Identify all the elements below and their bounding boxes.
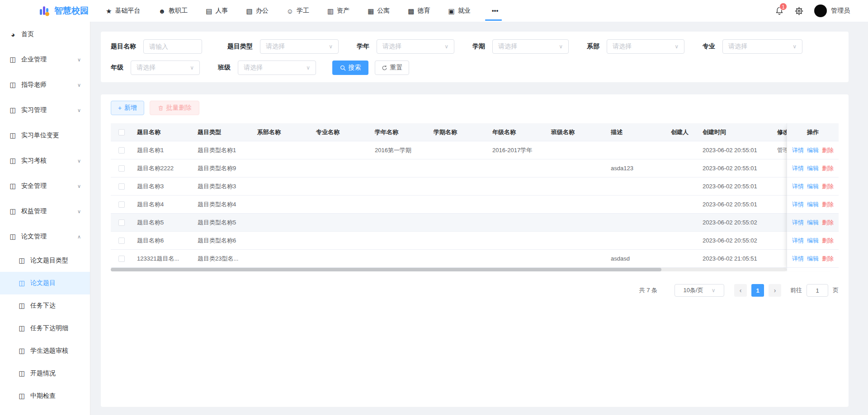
batch-delete-button[interactable]: 批量删除 [150, 101, 199, 115]
notifications-button[interactable]: 1 [775, 6, 784, 15]
plus-icon: + [118, 104, 122, 112]
search-button[interactable]: 搜索 [332, 61, 368, 75]
sidebar-sub-item[interactable]: ◫ 任务下达 [0, 294, 90, 317]
nav-item-label: 人事 [215, 7, 228, 15]
department-select[interactable]: 请选择 ∨ [607, 39, 684, 54]
detail-link[interactable]: 详情 [792, 146, 804, 154]
sidebar-item[interactable]: ◫ 实习管理 ∨ [0, 98, 90, 123]
reset-button[interactable]: 重置 [375, 61, 409, 75]
row-checkbox[interactable] [118, 165, 125, 172]
select-all-checkbox[interactable] [118, 129, 125, 135]
sidebar-item[interactable]: ◫ 安全管理 ∨ [0, 173, 90, 199]
column-header: 学年名称 [370, 128, 429, 136]
sidebar-item[interactable]: ◫ 实习考核 ∨ [0, 148, 90, 173]
row-checkbox[interactable] [118, 238, 125, 244]
nav-item[interactable]: ▣ 就业 [439, 0, 480, 22]
nav-item[interactable]: ▩ 德育 [399, 0, 439, 22]
page-size-select[interactable]: 10条/页 ∨ [675, 284, 724, 297]
row-checkbox[interactable] [118, 147, 125, 154]
cell-title-name: 题目名称6 [132, 237, 193, 245]
row-checkbox[interactable] [118, 183, 125, 190]
sidebar-sub-item-icon: ◫ [18, 279, 26, 287]
cell-create-time: 2023-06-02 20:55:01 [698, 147, 773, 154]
sidebar-item[interactable]: ◕ 首页 [0, 22, 90, 47]
nav-item[interactable]: ★ 基础平台 [97, 0, 149, 22]
settings-button[interactable] [795, 7, 803, 15]
row-select-cell [111, 183, 132, 190]
edit-link[interactable]: 编辑 [807, 201, 819, 209]
action-row: 详情 编辑 删除 [787, 250, 839, 268]
delete-link[interactable]: 删除 [822, 146, 834, 154]
scrollbar-thumb[interactable] [111, 268, 661, 271]
row-checkbox[interactable] [118, 201, 125, 208]
sidebar-sub-item[interactable]: ◫ 论文题目 [0, 272, 90, 294]
delete-link[interactable]: 删除 [822, 182, 834, 191]
edit-link[interactable]: 编辑 [807, 255, 819, 263]
class-select[interactable]: 请选择 ∨ [238, 61, 316, 75]
nav-item-label: 公寓 [377, 7, 390, 15]
detail-link[interactable]: 详情 [792, 219, 804, 227]
topbar-right: 1 管理员 [775, 5, 868, 17]
nav-item[interactable]: ☻ 教职工 [149, 0, 197, 22]
delete-link[interactable]: 删除 [822, 219, 834, 227]
edit-link[interactable]: 编辑 [807, 146, 819, 154]
goto-page-input[interactable] [807, 284, 828, 297]
sidebar-item-label: 实习单位变更 [21, 131, 59, 140]
sidebar-item[interactable]: ◫ 论文管理 ∧ [0, 224, 90, 249]
nav-item[interactable]: ▧ 办公 [237, 0, 277, 22]
sidebar-item[interactable]: ◫ 指导老师 ∨ [0, 72, 90, 98]
detail-link[interactable]: 详情 [792, 164, 804, 173]
school-year-select[interactable]: 请选择 ∨ [377, 39, 454, 54]
detail-link[interactable]: 详情 [792, 237, 804, 245]
chevron-down-icon: ∨ [329, 43, 333, 50]
title-name-input[interactable] [143, 39, 202, 54]
action-row: 详情 编辑 删除 [787, 196, 839, 214]
delete-link[interactable]: 删除 [822, 237, 834, 245]
app-logo[interactable]: 智慧校园 [0, 5, 97, 17]
sidebar-sub-item[interactable]: ◫ 开题情况 [0, 362, 90, 385]
horizontal-scrollbar[interactable] [111, 268, 787, 271]
next-page-button[interactable]: › [769, 284, 781, 297]
sidebar-sub-item[interactable]: ◫ 论文题目类型 [0, 249, 90, 272]
detail-link[interactable]: 详情 [792, 201, 804, 209]
nav-item[interactable]: ▤ 人事 [197, 0, 237, 22]
delete-link[interactable]: 删除 [822, 255, 834, 263]
current-page-button[interactable]: 1 [751, 284, 764, 297]
edit-link[interactable]: 编辑 [807, 164, 819, 173]
sidebar-sub-item[interactable]: ◫ 中期检查 [0, 385, 90, 407]
nav-item[interactable]: ▦ 公寓 [359, 0, 399, 22]
nav-item[interactable]: ☺ 学工 [278, 0, 318, 22]
nav-item-label: 教职工 [169, 7, 188, 15]
edit-link[interactable]: 编辑 [807, 219, 819, 227]
action-row: 详情 编辑 删除 [787, 141, 839, 159]
sidebar-item[interactable]: ◫ 企业管理 ∨ [0, 47, 90, 72]
nav-item[interactable]: ▥ 资产 [318, 0, 359, 22]
delete-link[interactable]: 删除 [822, 164, 834, 173]
column-header: 创建人 [666, 128, 698, 136]
filter-department: 系部 请选择 ∨ [587, 39, 684, 54]
row-select-cell [111, 201, 132, 208]
user-menu[interactable]: 管理员 [814, 5, 850, 17]
cell-school-year: 2016第一学期 [370, 146, 429, 154]
detail-link[interactable]: 详情 [792, 182, 804, 191]
major-select[interactable]: 请选择 ∨ [722, 39, 802, 54]
edit-link[interactable]: 编辑 [807, 237, 819, 245]
title-type-select[interactable]: 请选择 ∨ [260, 39, 339, 54]
row-checkbox[interactable] [118, 219, 125, 226]
edit-link[interactable]: 编辑 [807, 182, 819, 191]
cell-description: asdasd [606, 255, 666, 262]
delete-link[interactable]: 删除 [822, 201, 834, 209]
table-toolbar: + 新增 批量删除 [111, 101, 839, 115]
add-button[interactable]: + 新增 [111, 101, 144, 115]
sidebar-sub-item[interactable]: ◫ 任务下达明细 [0, 317, 90, 340]
detail-link[interactable]: 详情 [792, 255, 804, 263]
grade-select[interactable]: 请选择 ∨ [131, 61, 200, 75]
prev-page-button[interactable]: ‹ [734, 284, 747, 297]
filter-title-type: 题目类型 请选择 ∨ [227, 39, 339, 54]
nav-item[interactable]: ••• [480, 0, 508, 22]
semester-select[interactable]: 请选择 ∨ [492, 39, 569, 54]
sidebar-item[interactable]: ◫ 实习单位变更 [0, 123, 90, 148]
sidebar-item[interactable]: ◫ 权益管理 ∨ [0, 199, 90, 224]
sidebar-sub-item[interactable]: ◫ 学生选题审核 [0, 340, 90, 362]
row-checkbox[interactable] [118, 256, 125, 262]
